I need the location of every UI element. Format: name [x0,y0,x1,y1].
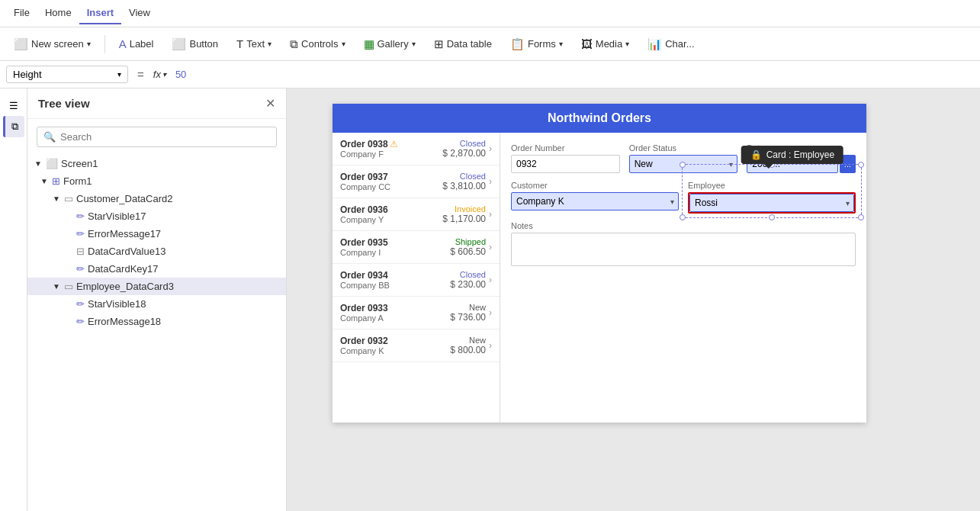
chevron-icon-0937: › [489,176,492,187]
order-company-0935: Company I [340,248,450,257]
forms-button[interactable]: 📋 Forms ▾ [503,34,570,54]
layers-icon[interactable]: ⧉ [3,116,24,137]
order-status-0932: New [450,336,486,345]
order-amount-0935: $ 606.50 [450,246,486,257]
tree-item-form1[interactable]: ▼ ⊞ Form1 [27,172,286,190]
formula-bar: Height ▾ = fx ▾ 50 [0,61,980,88]
forms-icon: 📋 [510,37,525,51]
hamburger-icon[interactable]: ☰ [3,95,24,116]
tree-item-datacardvalue13[interactable]: ▶ ⊟ DataCardValue13 [27,243,286,260]
tree-search-box[interactable]: 🔍 [37,127,277,147]
tree-item-starvisible18[interactable]: ▶ ✏ StarVisible18 [27,295,286,313]
expand-arrow-employee: ▼ [52,282,61,291]
tree-title: Tree view [38,97,90,110]
order-item-0936[interactable]: Order 0936 Company Y Invoiced $ 1,170.00… [333,198,500,231]
order-list[interactable]: Order 0938 ⚠ Company F Closed $ 2,870.00… [333,133,500,423]
order-item-0934[interactable]: Order 0934 Company BB Closed $ 230.00 › [333,264,500,297]
tooltip-arrow [764,164,773,169]
order-number-0935: Order 0935 [340,237,450,248]
menu-file[interactable]: File [6,2,37,24]
order-number-0932: Order 0932 [340,336,450,346]
order-form: Order Number Order Status New ▾ [500,133,866,423]
tree-item-screen1[interactable]: ▼ ⬜ Screen1 [27,155,286,172]
menu-home[interactable]: Home [37,2,79,24]
new-screen-button[interactable]: ⬜ New screen ▾ [6,34,98,54]
menu-view[interactable]: View [121,2,158,24]
notes-label: Notes [511,221,856,230]
chevron-down-icon-property: ▾ [117,70,121,79]
tree-content: ▼ ⬜ Screen1 ▼ ⊞ Form1 ▼ ▭ Customer_DataC… [27,155,286,511]
order-number-field: Order Number [511,143,620,173]
warning-icon-0938: ⚠ [390,139,398,149]
order-status-0937: Closed [442,172,486,181]
tree-item-employee-datacard3[interactable]: ▼ ▭ Employee_DataCard3 [27,278,286,295]
tree-item-customer-datacard2[interactable]: ▼ ▭ Customer_DataCard2 [27,190,286,207]
tree-search-input[interactable] [60,131,270,143]
app-body: Order 0938 ⚠ Company F Closed $ 2,870.00… [333,133,866,423]
screen-node-icon: ⬜ [46,158,58,169]
order-number-label: Order Number [511,143,620,153]
order-amount-0932: $ 800.00 [450,345,486,355]
order-status-0934: Closed [450,270,486,279]
employee-field: Employee Rossi ▾ [688,181,856,214]
order-company-0937: Company CC [340,182,442,191]
order-amount-0938: $ 2,870.00 [442,148,486,159]
chevron-icon-0934: › [489,275,492,285]
order-amount-0936: $ 1,170.00 [442,214,486,224]
order-item-0933[interactable]: Order 0933 Company A New $ 736.00 › [333,297,500,329]
menu-insert[interactable]: Insert [79,2,121,24]
tree-close-button[interactable]: ✕ [265,96,275,111]
expand-arrow-customer: ▼ [52,194,61,204]
form-row-2: Customer Company K ▾ Employee [511,181,856,214]
handle-br [858,214,864,220]
chart-button[interactable]: 📊 Char... [640,34,702,54]
tree-item-errormessage17[interactable]: ▶ ✏ ErrorMessage17 [27,225,286,243]
label-button[interactable]: A Label [111,34,162,53]
text-button[interactable]: T Text ▾ [229,34,279,53]
notes-input[interactable] [511,233,856,266]
chevron-down-icon-controls: ▾ [342,40,345,48]
separator-1 [104,35,105,53]
order-company-0934: Company BB [340,281,450,290]
tree-item-datacardkey17[interactable]: ▶ ✏ DataCardKey17 [27,260,286,278]
order-company-0938: Company F [340,149,442,159]
toolbar: ⬜ New screen ▾ A Label ⬜ Button T Text ▾… [0,27,980,61]
order-status-0935: Shipped [450,237,486,246]
gallery-button[interactable]: ▦ Gallery ▾ [356,34,423,54]
order-item-0937[interactable]: Order 0937 Company CC Closed $ 3,810.00 … [333,166,500,198]
edit-node-icon-err17: ✏ [76,228,85,239]
order-status-label: Order Status [629,143,738,153]
tree-item-errormessage18[interactable]: ▶ ✏ ErrorMessage18 [27,313,286,330]
data-table-button[interactable]: ⊞ Data table [426,34,500,54]
order-number-input[interactable] [511,155,620,173]
order-item-0938[interactable]: Order 0938 ⚠ Company F Closed $ 2,870.00… [333,133,500,166]
expand-arrow-screen1: ▼ [34,159,43,169]
order-item-0932[interactable]: Order 0932 Company K New $ 800.00 › [333,329,500,362]
order-status-0938: Closed [442,139,486,148]
order-number-0933: Order 0933 [340,303,450,313]
order-amount-0937: $ 3,810.00 [442,181,486,191]
menu-bar: File Home Insert View [0,0,980,27]
order-status-select[interactable]: New [629,155,738,173]
button-button[interactable]: ⬜ Button [164,34,226,54]
handle-bl [680,214,686,220]
customer-select[interactable]: Company K [511,192,679,211]
order-company-0933: Company A [340,313,450,323]
edit-node-icon-17: ✏ [76,211,85,222]
order-company-0936: Company Y [340,215,442,224]
order-company-0932: Company K [340,346,450,355]
chevron-icon-0935: › [489,242,492,252]
form-node-icon: ⊞ [52,175,60,187]
controls-button[interactable]: ⧉ Controls ▾ [282,34,352,54]
order-status-0933: New [450,303,486,312]
search-icon: 🔍 [43,131,56,143]
property-dropdown[interactable]: Height ▾ [6,66,128,83]
handle-bm [769,214,775,220]
media-button[interactable]: 🖼 Media ▾ [574,34,637,53]
main-area: ☰ ⧉ Tree view ✕ 🔍 ▼ ⬜ Screen1 ▼ ⊞ Form1 [0,88,980,511]
tree-item-starvisible17[interactable]: ▶ ✏ StarVisible17 [27,207,286,225]
formula-value: 50 [171,69,186,80]
employee-select[interactable]: Rossi [689,194,854,212]
order-item-0935[interactable]: Order 0935 Company I Shipped $ 606.50 › [333,231,500,264]
app-preview: Northwind Orders Order 0938 ⚠ Company F [333,104,866,423]
